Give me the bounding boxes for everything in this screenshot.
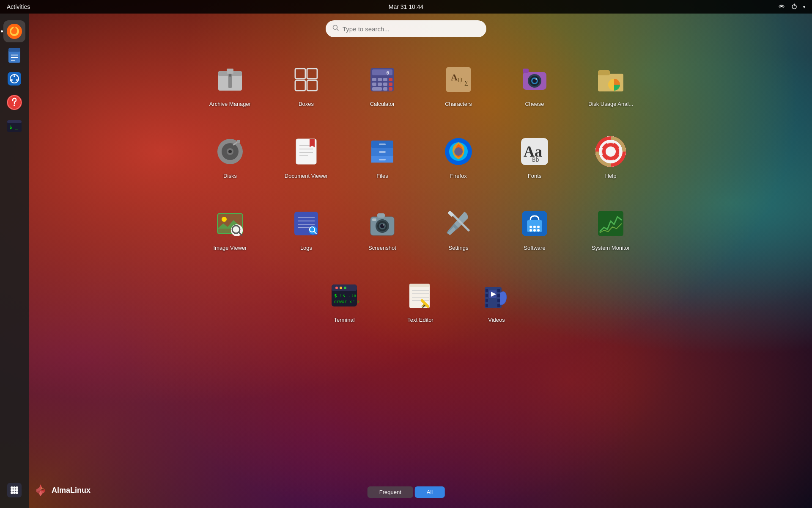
fonts-label: Fonts [528, 173, 542, 179]
calculator-icon: 0 [365, 63, 399, 97]
app-files[interactable]: Files [348, 123, 416, 190]
app-document-viewer[interactable]: Document Viewer [272, 123, 340, 190]
sidebar-item-grid[interactable] [3, 479, 25, 501]
app-logs[interactable]: Logs [272, 195, 340, 262]
svg-rect-66 [523, 69, 529, 73]
firefox-icon [442, 135, 475, 168]
topbar: Activities Mar 31 10:44 ▾ [0, 0, 812, 14]
software-icon [518, 207, 551, 240]
app-image-viewer[interactable]: Image Viewer [196, 195, 264, 262]
document-viewer-label: Document Viewer [285, 173, 328, 179]
help-label: Help [605, 173, 617, 179]
disks-label: Disks [223, 173, 237, 179]
dropdown-icon[interactable]: ▾ [803, 5, 805, 9]
svg-rect-40 [295, 80, 305, 91]
activities-button[interactable]: Activities [7, 3, 30, 10]
power-icon[interactable] [790, 3, 798, 11]
svg-rect-89 [379, 159, 386, 160]
svg-point-14 [11, 79, 13, 81]
svg-text:∑: ∑ [464, 80, 469, 86]
sidebar-item-terminal[interactable]: $ _ [3, 115, 25, 137]
svg-rect-43 [372, 69, 392, 75]
app-disks[interactable]: Disks [196, 123, 264, 190]
tab-all[interactable]: All [415, 486, 444, 498]
characters-icon: A ψ ∑ [442, 63, 475, 97]
archive-manager-label: Archive Manager [209, 101, 251, 107]
alma-logo-icon [33, 483, 48, 498]
screenshot-icon [365, 207, 399, 240]
bottom-tabs: Frequent All [368, 486, 445, 498]
document-viewer-icon [289, 135, 323, 168]
app-system-monitor[interactable]: System Monitor [577, 195, 645, 262]
activities-label: Activities [7, 3, 30, 10]
app-firefox[interactable]: Firefox [425, 123, 492, 190]
svg-rect-35 [227, 69, 233, 74]
sidebar-item-help[interactable] [3, 91, 25, 113]
app-terminal[interactable]: $ ls -la drwxr-xr-x Terminal [310, 267, 378, 334]
help-sidebar-icon [6, 94, 23, 111]
app-fonts[interactable]: Aa Bb Fonts [501, 123, 568, 190]
app-software[interactable]: Software [501, 195, 568, 262]
svg-rect-100 [595, 148, 626, 155]
sidebar-item-store[interactable] [3, 68, 25, 90]
svg-point-92 [454, 147, 463, 156]
settings-icon [442, 207, 475, 240]
svg-rect-125 [372, 218, 376, 221]
store-sidebar-icon [6, 70, 23, 87]
svg-rect-161 [497, 304, 500, 307]
svg-point-105 [222, 217, 227, 222]
svg-point-23 [13, 486, 16, 489]
topbar-right: ▾ [778, 3, 805, 11]
image-viewer-icon [213, 207, 247, 240]
app-videos[interactable]: Videos [463, 267, 530, 334]
svg-point-123 [383, 224, 384, 226]
terminal-label: Terminal [334, 317, 354, 323]
svg-point-24 [16, 486, 18, 489]
svg-rect-54 [383, 87, 387, 91]
svg-text:$ _: $ _ [9, 124, 18, 130]
svg-rect-154 [486, 289, 488, 292]
app-cheese[interactable]: Cheese [501, 51, 568, 119]
text-editor-icon [403, 279, 437, 312]
svg-rect-68 [598, 70, 610, 75]
disk-usage-icon [594, 63, 628, 97]
svg-point-26 [13, 489, 16, 491]
svg-rect-159 [497, 294, 500, 297]
files-icon [365, 135, 399, 168]
app-text-editor[interactable]: Text Editor [387, 267, 454, 334]
app-settings[interactable]: Settings [425, 195, 492, 262]
sidebar-item-notes[interactable] [3, 44, 25, 66]
app-help[interactable]: Help [577, 123, 645, 190]
app-archive-manager[interactable]: Archive Manager [196, 51, 264, 119]
software-label: Software [524, 245, 545, 251]
svg-rect-55 [389, 87, 392, 91]
app-boxes[interactable]: Boxes [272, 51, 340, 119]
sidebar-item-firefox[interactable] [3, 20, 25, 42]
svg-point-27 [16, 489, 18, 491]
system-monitor-icon [594, 207, 628, 240]
tab-frequent[interactable]: Frequent [368, 486, 413, 498]
app-grid: Archive Manager Boxes 0 [29, 42, 812, 474]
svg-rect-53 [372, 87, 382, 91]
svg-rect-156 [486, 299, 488, 302]
app-row-3: Image Viewer Logs [196, 195, 645, 262]
search-input[interactable] [343, 25, 480, 33]
app-screenshot[interactable]: Screenshot [348, 195, 416, 262]
svg-point-25 [11, 489, 13, 491]
svg-rect-10 [8, 72, 21, 86]
svg-rect-19 [7, 120, 22, 123]
clock: Mar 31 10:44 [389, 3, 424, 10]
svg-point-135 [533, 229, 536, 232]
app-calculator[interactable]: 0 Calculator [348, 51, 416, 119]
svg-point-131 [529, 226, 532, 228]
svg-rect-51 [383, 83, 387, 86]
svg-rect-50 [378, 83, 382, 86]
network-icon[interactable] [778, 3, 785, 11]
disk-usage-label: Disk Usage Anal... [588, 101, 633, 107]
svg-point-73 [228, 150, 232, 153]
disks-icon [213, 135, 247, 168]
app-disk-usage[interactable]: Disk Usage Anal... [577, 51, 645, 119]
svg-rect-6 [8, 48, 20, 52]
search-bar[interactable] [326, 20, 486, 37]
app-characters[interactable]: A ψ ∑ Characters [425, 51, 492, 119]
